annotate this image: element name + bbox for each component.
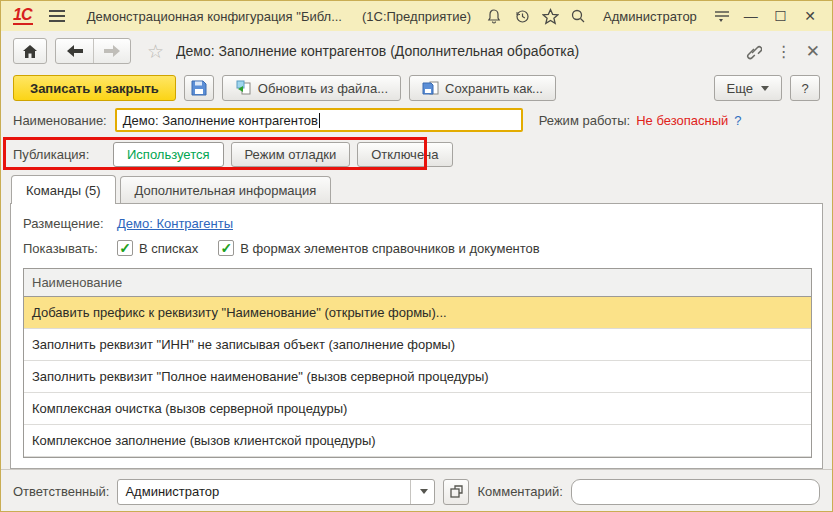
publication-option-disabled[interactable]: Отключена [357, 142, 452, 167]
link-icon[interactable] [745, 43, 762, 60]
work-mode-help-link[interactable]: ? [734, 113, 741, 128]
close-icon[interactable]: ✕ [798, 5, 822, 27]
comment-label: Комментарий: [477, 484, 563, 499]
table-row[interactable]: Комплексное заполнение (вызов клиентской… [24, 425, 811, 457]
name-label: Наименование: [13, 113, 107, 128]
form-header: ☆ Демо: Заполнение контрагентов (Дополни… [1, 31, 832, 71]
publication-option-used[interactable]: Используется [113, 142, 224, 167]
checkbox-in-lists[interactable]: ✓ В списках [117, 240, 198, 256]
responsible-label: Ответственный: [13, 484, 109, 499]
forward-button[interactable] [93, 39, 130, 63]
history-nav-group [55, 38, 131, 64]
chevron-down-icon [761, 86, 769, 91]
table-row[interactable]: Заполнить реквизит "Полное наименование"… [24, 361, 811, 393]
placement-label: Размещение: [23, 216, 111, 231]
floppy-disk-icon [191, 80, 207, 96]
toolbar: Записать и закрыть Обновить из файла... … [1, 71, 832, 105]
commands-table: Наименование Добавить префикс к реквизит… [23, 268, 812, 458]
bell-icon[interactable] [483, 5, 505, 27]
table-row[interactable]: Комплексная очистка (вызов серверной про… [24, 393, 811, 425]
work-mode-value: Не безопасный [636, 113, 728, 128]
favorite-star-icon[interactable]: ☆ [147, 40, 164, 63]
responsible-value: Администратор [118, 480, 410, 504]
maximize-icon[interactable]: ☐ [769, 5, 793, 27]
table-row[interactable]: Добавить префикс к реквизиту "Наименован… [24, 297, 811, 329]
footer: Ответственный: Администратор Комментарий… [1, 469, 832, 512]
tab-commands[interactable]: Команды (5) [11, 175, 116, 204]
favorites-star-icon[interactable] [539, 5, 561, 27]
home-button[interactable] [13, 38, 47, 64]
titlebar: 1С Демонстрационная конфигурация "Библ..… [1, 1, 832, 31]
save-and-close-button[interactable]: Записать и закрыть [13, 75, 176, 101]
publication-label: Публикация: [13, 147, 109, 162]
update-from-file-button[interactable]: Обновить из файла... [222, 75, 401, 101]
app-window: 1С Демонстрационная конфигурация "Библ..… [0, 0, 833, 512]
tabs-bar: Команды (5) Дополнительная информация [1, 173, 832, 203]
main-menu-icon[interactable] [49, 10, 64, 22]
name-input[interactable]: Демо: Заполнение контрагентов [115, 108, 523, 132]
save-as-button[interactable]: Сохранить как... [409, 75, 556, 101]
save-button[interactable] [184, 75, 214, 101]
show-label: Показывать: [23, 241, 111, 256]
comment-input[interactable] [571, 479, 820, 505]
app-title: Демонстрационная конфигурация "Библ... [87, 9, 342, 24]
update-from-file-icon [235, 80, 252, 96]
placement-link[interactable]: Демо: Контрагенты [117, 216, 233, 231]
name-value: Демо: Заполнение контрагентов [123, 113, 318, 128]
current-user[interactable]: Администратор [603, 9, 697, 24]
dropdown-arrow-icon[interactable] [410, 480, 434, 504]
table-header-name[interactable]: Наименование [24, 269, 811, 297]
name-row: Наименование: Демо: Заполнение контраген… [1, 105, 832, 135]
help-label: ? [801, 81, 808, 96]
more-dots-icon[interactable]: ⋮ [776, 42, 792, 61]
open-value-button[interactable] [443, 479, 469, 505]
tab-extra-info[interactable]: Дополнительная информация [120, 176, 332, 203]
responsible-combobox[interactable]: Администратор [117, 479, 435, 505]
1c-logo-icon: 1С [13, 7, 33, 25]
checkbox-in-lists-label: В списках [139, 241, 198, 256]
checkbox-checked-icon: ✓ [218, 240, 234, 256]
publication-option-debug[interactable]: Режим отладки [231, 142, 351, 167]
save-as-icon [422, 80, 439, 96]
table-row[interactable]: Заполнить реквизит "ИНН" не записывая об… [24, 329, 811, 361]
save-and-close-label: Записать и закрыть [30, 81, 159, 96]
publication-row: Публикация: Используется Режим отладки О… [1, 135, 832, 173]
app-suffix: (1С:Предприятие) [362, 9, 471, 24]
save-as-label: Сохранить как... [445, 81, 543, 96]
history-icon[interactable] [511, 5, 533, 27]
checkbox-in-forms-label: В формах элементов справочников и докуме… [240, 241, 539, 256]
more-button[interactable]: Еще [714, 75, 782, 101]
more-label: Еще [727, 81, 753, 96]
text-caret [319, 113, 320, 128]
search-icon[interactable] [567, 5, 589, 27]
open-icon [450, 485, 463, 498]
minimize-icon[interactable]: — [739, 5, 763, 27]
form-close-icon[interactable]: ✕ [806, 41, 820, 62]
checkbox-checked-icon: ✓ [117, 240, 133, 256]
service-menu-icon[interactable] [711, 5, 733, 27]
back-button[interactable] [56, 39, 93, 63]
update-from-file-label: Обновить из файла... [258, 81, 388, 96]
work-mode-label: Режим работы: [539, 113, 630, 128]
checkbox-in-forms[interactable]: ✓ В формах элементов справочников и доку… [218, 240, 539, 256]
page-title: Демо: Заполнение контрагентов (Дополните… [176, 43, 579, 59]
help-button[interactable]: ? [790, 75, 820, 101]
commands-tab-panel: Размещение: Демо: Контрагенты Показывать… [10, 203, 823, 469]
